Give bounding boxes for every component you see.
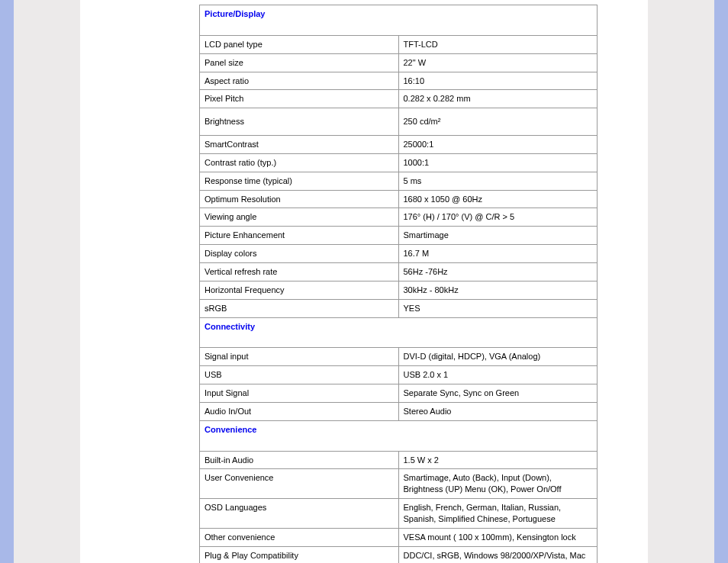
spec-value: 25000:1	[398, 136, 598, 154]
spec-value: YES	[398, 299, 598, 317]
section-header: Convenience	[200, 420, 598, 451]
spec-value: 1000:1	[398, 153, 598, 172]
table-row: Response time (typical)5 ms	[200, 172, 598, 190]
spec-label: Optimum Resolution	[200, 190, 399, 208]
spec-label: Viewing angle	[200, 208, 399, 227]
table-row: Vertical refresh rate56Hz -76Hz	[200, 262, 598, 281]
right-blue-margin	[714, 0, 728, 563]
table-row: Built-in Audio1.5 W x 2	[200, 451, 598, 469]
spec-value: 22" W	[398, 53, 598, 72]
right-white-margin	[620, 0, 648, 563]
table-row: LCD panel typeTFT-LCD	[200, 35, 598, 53]
table-row: Audio In/OutStereo Audio	[200, 402, 598, 420]
left-nav-blank	[80, 0, 198, 563]
table-row: USBUSB 2.0 x 1	[200, 366, 598, 384]
spec-label: sRGB	[200, 299, 399, 317]
spec-label: SmartContrast	[200, 136, 399, 154]
spec-label: Brightness	[200, 108, 399, 136]
spec-label: Response time (typical)	[200, 172, 399, 190]
spec-value: VESA mount ( 100 x 100mm), Kensington lo…	[398, 528, 598, 546]
table-row: sRGBYES	[200, 299, 598, 317]
left-gray-margin	[14, 0, 80, 563]
spec-content: Picture/DisplayLCD panel typeTFT-LCDPane…	[198, 0, 620, 563]
spec-label: Aspect ratio	[200, 72, 399, 90]
spec-value: English, French, German, Italian, Russia…	[398, 499, 598, 529]
spec-value: 16:10	[398, 72, 598, 90]
left-blue-margin	[0, 0, 14, 563]
spec-value: 1680 x 1050 @ 60Hz	[398, 190, 598, 208]
section-header: Picture/Display	[200, 5, 598, 36]
table-row: Display colors16.7 M	[200, 245, 598, 263]
table-row: Optimum Resolution1680 x 1050 @ 60Hz	[200, 190, 598, 208]
spec-label: Input Signal	[200, 384, 399, 403]
spec-value: 250 cd/m²	[398, 108, 598, 136]
spec-label: USB	[200, 366, 399, 384]
table-row: User ConvenienceSmartimage, Auto (Back),…	[200, 469, 598, 499]
spec-label: Picture Enhancement	[200, 227, 399, 245]
spec-label: Signal input	[200, 348, 399, 366]
spec-label: Pixel Pitch	[200, 90, 399, 108]
table-row: Input SignalSeparate Sync, Sync on Green	[200, 384, 598, 403]
spec-label: LCD panel type	[200, 35, 399, 53]
table-row: Plug & Play CompatibilityDDC/CI, sRGB, W…	[200, 546, 598, 563]
spec-label: Contrast ratio (typ.)	[200, 153, 399, 172]
spec-value: USB 2.0 x 1	[398, 366, 598, 384]
spec-label: Horizontal Frequency	[200, 281, 399, 299]
table-row: Picture EnhancementSmartimage	[200, 227, 598, 245]
spec-value: TFT-LCD	[398, 35, 598, 53]
spec-value: 30kHz - 80kHz	[398, 281, 598, 299]
spec-value: 5 ms	[398, 172, 598, 190]
spec-label: Other convenience	[200, 528, 399, 546]
table-row: Panel size22" W	[200, 53, 598, 72]
table-row: Other convenienceVESA mount ( 100 x 100m…	[200, 528, 598, 546]
spec-value: 1.5 W x 2	[398, 451, 598, 469]
spec-label: User Convenience	[200, 469, 399, 499]
table-row: Horizontal Frequency30kHz - 80kHz	[200, 281, 598, 299]
spec-label: Plug & Play Compatibility	[200, 546, 399, 563]
spec-value: 56Hz -76Hz	[398, 262, 598, 281]
table-row: Pixel Pitch0.282 x 0.282 mm	[200, 90, 598, 108]
page: Picture/DisplayLCD panel typeTFT-LCDPane…	[0, 0, 728, 563]
spec-value: Smartimage, Auto (Back), Input (Down), B…	[398, 469, 598, 499]
table-row: Brightness250 cd/m²	[200, 108, 598, 136]
spec-value: 16.7 M	[398, 245, 598, 263]
spec-label: Panel size	[200, 53, 399, 72]
table-row: Aspect ratio16:10	[200, 72, 598, 90]
table-row: Contrast ratio (typ.)1000:1	[200, 153, 598, 172]
spec-label: Vertical refresh rate	[200, 262, 399, 281]
spec-label: Built-in Audio	[200, 451, 399, 469]
spec-label: OSD Languages	[200, 499, 399, 529]
table-row: Viewing angle176° (H) / 170° (V) @ C/R >…	[200, 208, 598, 227]
section-header: Connectivity	[200, 317, 598, 348]
spec-label: Audio In/Out	[200, 402, 399, 420]
spec-table: Picture/DisplayLCD panel typeTFT-LCDPane…	[199, 5, 598, 563]
spec-value: Stereo Audio	[398, 402, 598, 420]
table-row: OSD LanguagesEnglish, French, German, It…	[200, 499, 598, 529]
spec-value: 176° (H) / 170° (V) @ C/R > 5	[398, 208, 598, 227]
spec-value: Smartimage	[398, 227, 598, 245]
spec-value: Separate Sync, Sync on Green	[398, 384, 598, 403]
right-gray-margin	[648, 0, 714, 563]
spec-value: DVI-D (digital, HDCP), VGA (Analog)	[398, 348, 598, 366]
table-row: Signal inputDVI-D (digital, HDCP), VGA (…	[200, 348, 598, 366]
spec-label: Display colors	[200, 245, 399, 263]
spec-value: 0.282 x 0.282 mm	[398, 90, 598, 108]
table-row: SmartContrast25000:1	[200, 136, 598, 154]
spec-value: DDC/CI, sRGB, Windows 98/2000/XP/Vista, …	[398, 546, 598, 563]
